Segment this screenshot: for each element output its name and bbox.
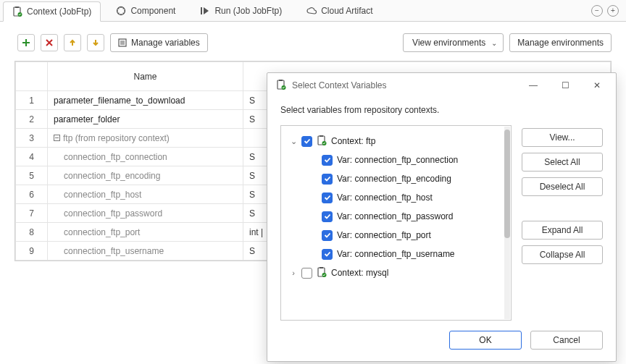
tree-node-var[interactable]: Var: connection_ftp_host [288,188,508,207]
tab-label: Run (Job JobFtp) [214,6,282,16]
add-variable-button[interactable] [17,34,35,51]
close-icon[interactable]: ✕ [584,77,610,94]
tree-node-var[interactable]: Var: connection_ftp_username [288,245,508,263]
tree-node-label: Var: connection_ftp_encoding [337,174,451,184]
delete-variable-button[interactable] [41,34,58,51]
maximize-icon[interactable]: ☐ [552,77,578,94]
tree-node-label: Var: connection_ftp_username [337,249,455,259]
tree-node-label: Var: connection_ftp_host [337,192,433,203]
tree-node-label: Var: connection_ftp_port [337,230,431,240]
tab-component[interactable]: Component [107,1,185,21]
tab-bar: Context (JobFtp) Component Run (Job JobF… [0,0,626,22]
tree-node-var[interactable]: Var: connection_ftp_encoding [288,169,508,188]
tree-node-context-mysql[interactable]: › Context: mysql [288,263,508,282]
scrollbar-thumb[interactable] [504,130,510,238]
dialog-instruction: Select variables from repository context… [280,105,603,115]
maximize-view-icon[interactable]: + [607,5,619,17]
context-tree: ⌄ Context: ftp Var: connection_ftp_conne… [280,125,512,321]
tab-label: Cloud Artifact [321,6,372,16]
dialog-icon [276,80,286,92]
checkbox[interactable] [301,268,312,279]
button-label: Manage environments [517,38,604,48]
chevron-down-icon[interactable]: ⌄ [290,137,297,146]
tree-node-context-ftp[interactable]: ⌄ Context: ftp [288,132,508,151]
move-up-button[interactable] [64,34,81,51]
tree-node-var[interactable]: Var: connection_ftp_connection [288,151,508,169]
select-context-variables-dialog: Select Context Variables — ☐ ✕ Select va… [267,72,617,362]
chevron-down-icon: ⌄ [491,39,497,47]
select-all-button[interactable]: Select All [522,153,603,172]
collapse-icon[interactable] [54,135,60,141]
tree-node-var[interactable]: Var: connection_ftp_password [288,207,508,226]
tree-node-label: Context: ftp [331,136,375,146]
dropdown-label: View environments [412,38,485,48]
context-icon [317,135,327,148]
button-label: Manage variables [131,38,200,48]
tab-label: Component [130,6,175,16]
tab-label: Context (JobFtp) [27,7,91,17]
tree-node-var[interactable]: Var: connection_ftp_port [288,226,508,245]
deselect-all-button[interactable]: Deselect All [522,177,603,196]
dialog-titlebar: Select Context Variables — ☐ ✕ [267,73,616,98]
tree-node-label: Context: mysql [331,268,388,278]
checkbox[interactable] [322,174,333,185]
tree-node-label: Var: connection_ftp_connection [337,155,458,165]
tab-context[interactable]: Context (JobFtp) [3,1,101,22]
manage-variables-button[interactable]: Manage variables [110,33,208,52]
dialog-footer: OK Cancel [267,321,616,361]
tree-node-label: Var: connection_ftp_password [337,211,454,221]
minimize-view-icon[interactable]: − [591,5,603,17]
minimize-icon[interactable]: — [520,77,546,94]
checkbox[interactable] [322,192,333,203]
checkbox[interactable] [322,211,333,222]
tab-run[interactable]: Run (Job JobFtp) [191,1,291,21]
checkbox[interactable] [322,249,333,260]
cancel-button[interactable]: Cancel [530,331,603,350]
ok-button[interactable]: OK [449,331,522,350]
move-down-button[interactable] [87,34,104,51]
dialog-side-buttons: View... Select All Deselect All Expand A… [522,125,603,321]
checkbox[interactable] [322,230,333,241]
scrollbar[interactable] [504,127,510,319]
context-icon [317,267,327,279]
name-column-header[interactable]: Name [48,62,243,91]
dialog-title: Select Context Variables [292,80,387,90]
checkbox[interactable] [322,155,333,166]
view-button[interactable]: View... [522,128,603,147]
tab-cloud-artifact[interactable]: Cloud Artifact [297,1,382,21]
manage-environments-button[interactable]: Manage environments [509,33,612,52]
checkbox[interactable] [301,136,312,147]
toolbar: Manage variables View environments ⌄ Man… [0,22,626,61]
expand-all-button[interactable]: Expand All [522,221,603,240]
row-number-header [16,62,48,91]
collapse-all-button[interactable]: Collapse All [522,245,603,264]
chevron-right-icon[interactable]: › [290,268,297,277]
view-environments-dropdown[interactable]: View environments ⌄ [403,33,504,52]
